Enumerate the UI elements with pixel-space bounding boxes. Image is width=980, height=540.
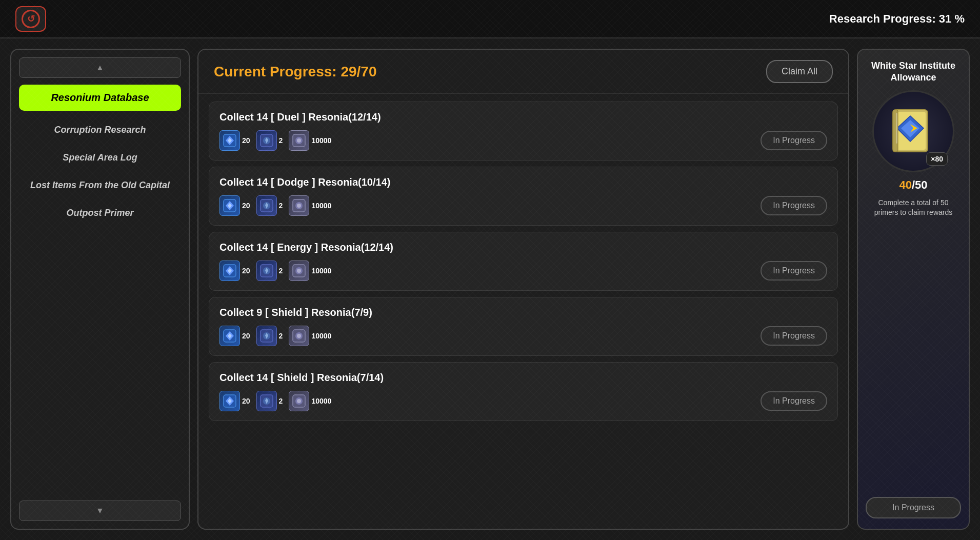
quest-item: Collect 14 [ Dodge ] Resonia(10/14)20210… [209,167,838,226]
quest-status-button[interactable]: In Progress [761,261,827,281]
reward-count: 2 [279,136,283,145]
allowance-title: White Star Institute Allowance [866,60,961,84]
svg-point-8 [297,138,301,143]
reward-icon [219,130,240,151]
sidebar-item-label: Lost Items From the Old Capital [30,180,170,191]
reward-icon [256,391,277,411]
item-svg-icon [888,106,939,157]
reward-count: 10000 [311,332,331,340]
allowance-description: Complete a total of 50 primers to claim … [866,198,961,218]
sidebar: ▲ Resonium Database Corruption Research … [10,49,190,530]
quest-rewards-row: 20210000In Progress [219,130,827,151]
chevron-down-icon: ▼ [96,506,104,515]
reward-count: 20 [242,136,250,145]
center-header: Current Progress: 29/70 Claim All [198,50,848,94]
quest-status-button[interactable]: In Progress [761,391,827,411]
reward-icon [289,326,309,346]
reward-count: 2 [279,202,283,210]
reward-icon [219,326,240,346]
sidebar-item-label: Corruption Research [54,125,146,135]
reward-icon [219,261,240,281]
svg-rect-51 [896,113,897,144]
back-arrow-icon: ↺ [22,10,40,28]
quest-rewards: 20210000 [219,261,331,281]
sidebar-spacer [19,228,181,498]
sidebar-item-corruption-research[interactable]: Corruption Research [19,117,181,143]
quest-item: Collect 14 [ Energy ] Resonia(12/14)2021… [209,232,838,291]
svg-point-35 [297,334,301,338]
reward-item: 20 [219,261,250,281]
quest-title: Collect 14 [ Shield ] Resonia(7/14) [219,372,827,384]
reward-count: 20 [242,202,250,210]
quest-item: Collect 9 [ Shield ] Resonia(7/9)2021000… [209,297,838,356]
quest-title: Collect 14 [ Duel ] Resonia(12/14) [219,111,827,123]
reward-item: 20 [219,195,250,216]
reward-item: 20 [219,326,250,346]
reward-item: 10000 [289,195,331,216]
chevron-up-icon: ▲ [96,63,104,72]
svg-point-17 [297,204,301,208]
sidebar-item-label: Special Area Log [63,152,137,163]
sidebar-scroll-down-button[interactable]: ▼ [19,501,181,521]
sidebar-active-label: Resonium Database [51,92,149,104]
quest-status-button[interactable]: In Progress [761,196,827,215]
allowance-current: 40 [899,178,911,191]
quest-status-button[interactable]: In Progress [761,131,827,150]
reward-count: 20 [242,332,250,340]
quests-list: Collect 14 [ Duel ] Resonia(12/14)202100… [198,94,848,529]
reward-icon [289,261,309,281]
quest-rewards: 20210000 [219,326,331,346]
reward-icon [289,195,309,216]
quest-title: Collect 14 [ Dodge ] Resonia(10/14) [219,176,827,188]
reward-item: 10000 [289,261,331,281]
claim-all-button[interactable]: Claim All [766,60,833,83]
reward-item: 10000 [289,130,331,151]
allowance-counter: 40/50 [899,178,927,192]
reward-icon [289,391,309,411]
quest-rewards-row: 20210000In Progress [219,261,827,281]
reward-icon [219,391,240,411]
right-panel: White Star Institute Allowance [857,49,970,530]
reward-count: 2 [279,332,283,340]
reward-count: 10000 [311,267,331,275]
reward-item: 20 [219,391,250,411]
top-bar: ↺ Research Progress: 31 % [0,0,980,38]
reward-icon [289,130,309,151]
sidebar-item-outpost-primer[interactable]: Outpost Primer [19,201,181,226]
reward-count: 20 [242,397,250,405]
reward-count: 2 [279,267,283,275]
reward-icon [256,130,277,151]
reward-item: 10000 [289,326,331,346]
reward-icon [256,195,277,216]
reward-item: 20 [219,130,250,151]
reward-icon [256,326,277,346]
sidebar-item-lost-items[interactable]: Lost Items From the Old Capital [19,173,181,198]
main-content: ▲ Resonium Database Corruption Research … [0,38,980,540]
quest-rewards-row: 20210000In Progress [219,326,827,346]
quest-status-button[interactable]: In Progress [761,326,827,346]
quest-rewards: 20210000 [219,195,331,216]
reward-item: 2 [256,326,283,346]
allowance-image-container: ×80 [872,90,954,172]
quest-item: Collect 14 [ Duel ] Resonia(12/14)202100… [209,102,838,161]
quest-rewards-row: 20210000In Progress [219,391,827,411]
sidebar-item-resonium-database[interactable]: Resonium Database [19,85,181,111]
reward-count: 2 [279,397,283,405]
item-count-badge: ×80 [926,152,948,166]
svg-point-26 [297,269,301,273]
sidebar-scroll-up-button[interactable]: ▲ [19,57,181,78]
reward-count: 20 [242,267,250,275]
back-button[interactable]: ↺ [15,6,46,32]
center-panel: Current Progress: 29/70 Claim All Collec… [197,49,849,530]
current-progress-label: Current Progress: 29/70 [214,64,376,80]
svg-point-44 [297,399,301,403]
allowance-status-button[interactable]: In Progress [866,497,961,518]
quest-title: Collect 9 [ Shield ] Resonia(7/9) [219,307,827,318]
reward-item: 2 [256,261,283,281]
reward-count: 10000 [311,202,331,210]
reward-item: 2 [256,195,283,216]
sidebar-item-special-area-log[interactable]: Special Area Log [19,145,181,170]
reward-count: 10000 [311,397,331,405]
quest-rewards-row: 20210000In Progress [219,195,827,216]
research-progress-label: Research Progress: 31 % [829,12,965,26]
